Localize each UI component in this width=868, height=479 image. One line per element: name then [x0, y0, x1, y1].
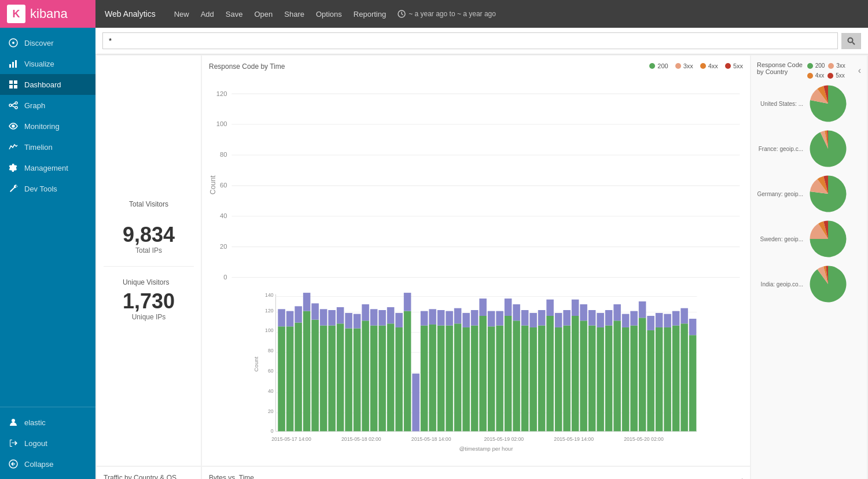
- search-input[interactable]: [102, 32, 838, 49]
- legend-dot-4xx: [700, 63, 706, 69]
- dashboard: Total Visitors 9,834 Total IPs Unique Vi…: [95, 54, 868, 479]
- svg-rect-67: [337, 324, 344, 432]
- svg-rect-101: [479, 316, 487, 432]
- pie-legend-5xx: 5xx: [827, 72, 845, 79]
- svg-point-1: [12, 42, 14, 44]
- svg-rect-64: [320, 309, 328, 326]
- svg-rect-2: [9, 64, 11, 68]
- total-visitors-panel: Total Visitors 9,834 Total IPs Unique Vi…: [97, 56, 201, 466]
- legend-label-200: 200: [657, 62, 668, 69]
- options-button[interactable]: Options: [316, 10, 342, 19]
- bar-chart-legend: 200 3xx 4xx 5xx: [649, 62, 743, 69]
- svg-rect-88: [421, 311, 428, 326]
- logo-area[interactable]: K kibana: [0, 0, 95, 28]
- pie-charts-container: United States: ...France: geoip.c...Germ…: [757, 83, 861, 304]
- open-button[interactable]: Open: [254, 10, 273, 19]
- add-button[interactable]: Add: [201, 10, 214, 19]
- svg-text:120: 120: [216, 90, 227, 97]
- logo-icon: K: [7, 5, 25, 23]
- sidebar-item-graph[interactable]: Graph: [0, 95, 95, 116]
- sidebar-item-logout[interactable]: Logout: [0, 433, 95, 454]
- svg-text:20: 20: [268, 408, 274, 414]
- sidebar-item-user[interactable]: elastic: [0, 412, 95, 433]
- svg-rect-115: [538, 326, 546, 432]
- svg-rect-7: [9, 85, 13, 89]
- searchbar: [95, 28, 868, 54]
- new-button[interactable]: New: [174, 10, 189, 19]
- pie-svg-4: [808, 264, 848, 304]
- sidebar-label-monitoring: Monitoring: [24, 122, 60, 131]
- svg-rect-75: [370, 326, 378, 432]
- svg-rect-76: [370, 309, 378, 326]
- sidebar-item-management[interactable]: Management: [0, 157, 95, 178]
- sidebar-label-graph: Graph: [24, 101, 45, 110]
- topbar-title: Web Analytics: [105, 9, 156, 19]
- sidebar-item-devtools[interactable]: Dev Tools: [0, 178, 95, 199]
- svg-rect-83: [404, 311, 411, 432]
- bubble-prev-button[interactable]: ‹: [740, 475, 743, 479]
- total-visitors-title: Total Visitors: [129, 200, 168, 208]
- pie-row-2: Germany: geoip...: [757, 174, 861, 214]
- pie-label-4xx: 4xx: [815, 72, 825, 79]
- svg-rect-132: [605, 310, 613, 326]
- svg-rect-148: [672, 311, 680, 326]
- svg-rect-128: [589, 310, 596, 326]
- svg-text:80: 80: [220, 151, 227, 158]
- legend-label-5xx: 5xx: [733, 62, 743, 69]
- svg-line-19: [852, 42, 855, 45]
- svg-rect-149: [681, 324, 688, 432]
- pie-row-4: India: geoip.co...: [757, 264, 861, 304]
- pie-country-label: France: geoip.c...: [757, 146, 803, 152]
- svg-line-13: [12, 106, 15, 108]
- svg-rect-84: [404, 293, 411, 312]
- pie-country-label: Germany: geoip...: [757, 191, 803, 197]
- svg-rect-65: [328, 326, 336, 432]
- share-button[interactable]: Share: [284, 10, 304, 19]
- svg-rect-152: [689, 319, 697, 335]
- timelion-icon: [8, 142, 19, 152]
- svg-rect-89: [429, 325, 436, 432]
- svg-rect-78: [378, 310, 386, 326]
- bar-chart-panel: Response Code by Time 200 3xx 4xx: [202, 56, 750, 466]
- svg-rect-142: [647, 316, 654, 330]
- svg-rect-109: [513, 321, 520, 432]
- pie-row-3: Sweden: geoip...: [757, 219, 861, 259]
- sidebar-item-dashboard[interactable]: Dashboard: [0, 74, 95, 95]
- svg-rect-124: [572, 300, 579, 316]
- svg-rect-103: [488, 327, 495, 432]
- sidebar-item-discover[interactable]: Discover: [0, 32, 95, 53]
- svg-rect-94: [446, 311, 453, 326]
- svg-rect-53: [278, 327, 285, 432]
- svg-rect-58: [295, 307, 302, 323]
- pie-country-label: Sweden: geoip...: [757, 236, 803, 242]
- svg-text:@timestamp per hour: @timestamp per hour: [459, 446, 513, 452]
- pie-country-label: United States: ...: [757, 101, 803, 107]
- svg-rect-69: [345, 329, 352, 432]
- search-button[interactable]: [841, 33, 861, 49]
- reporting-button[interactable]: Reporting: [354, 10, 386, 19]
- sidebar-item-monitoring[interactable]: Monitoring: [0, 116, 95, 137]
- svg-rect-127: [589, 326, 596, 432]
- pie-row-1: France: geoip.c...: [757, 128, 861, 169]
- pie-prev-button[interactable]: ‹: [858, 65, 861, 76]
- sidebar-label-management: Management: [24, 164, 68, 172]
- svg-line-12: [12, 104, 15, 105]
- bar-chart-title: Response Code by Time: [209, 62, 285, 71]
- svg-rect-74: [362, 304, 369, 320]
- svg-rect-70: [345, 313, 352, 329]
- sidebar-item-visualize[interactable]: Visualize: [0, 53, 95, 74]
- svg-rect-113: [529, 327, 537, 432]
- sidebar-item-collapse[interactable]: Collapse: [0, 454, 95, 474]
- main-area: Web Analytics New Add Save Open Share Op…: [95, 0, 868, 479]
- bar-chart-svg: 0 20 40 60 80 100 120 Count: [209, 78, 743, 292]
- svg-rect-93: [446, 326, 453, 432]
- svg-rect-125: [580, 321, 587, 432]
- sidebar-item-timelion[interactable]: Timelion: [0, 137, 95, 157]
- svg-rect-92: [437, 310, 445, 326]
- time-range-text: ~ a year ago to ~ a year ago: [409, 10, 496, 18]
- sidebar-label-dashboard: Dashboard: [24, 80, 61, 89]
- save-button[interactable]: Save: [226, 10, 243, 19]
- svg-text:40: 40: [220, 212, 227, 219]
- legend-5xx: 5xx: [725, 62, 743, 69]
- time-range[interactable]: ~ a year ago to ~ a year ago: [398, 10, 496, 18]
